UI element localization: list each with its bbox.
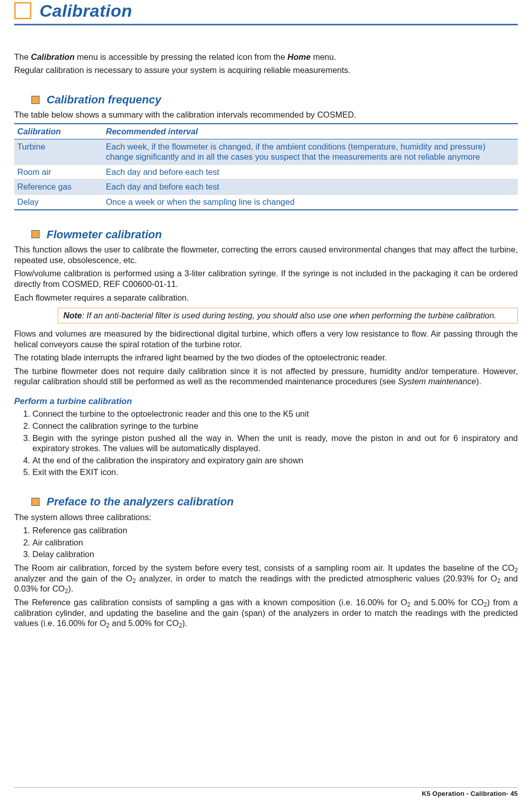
text-run: and 5.00% for CO [410,598,483,607]
table-row: Turbine Each week, if the flowmeter is c… [14,139,518,164]
freq-lead: The table below shows a summary with the… [14,109,518,120]
section-heading-preface: Preface to the analyzers calibration [31,495,518,509]
note-body: : If an anti-bacterial filter is used du… [82,311,497,320]
note-label: Note [63,311,82,320]
section-title: Preface to the analyzers calibration [47,495,234,509]
table-cell: Each day and before each test [103,179,518,195]
flow-p3: Each flowmeter requires a separate calib… [14,292,518,303]
section-title: Calibration frequency [47,93,161,107]
turbine-steps-list: Connect the turbine to the optoelectroni… [23,409,518,478]
table-row: Delay Once a week or when the sampling l… [14,195,518,210]
table-cell: Once a week or when the sampling line is… [103,195,518,210]
table-cell: Each day and before each test [103,164,518,179]
preface-p2: The Reference gas calibration consists o… [14,597,518,629]
preface-lead: The system allows three calibrations: [14,512,518,523]
section-bullet-icon [31,498,40,506]
flow-p6: The turbine flowmeter does not require d… [14,366,518,387]
text-run-bold: Home [287,52,311,61]
preface-list: Reference gas calibration Air calibratio… [23,525,518,560]
section-heading-flowmeter: Flowmeter calibration [31,228,518,242]
subscript: 2 [514,567,518,574]
text-run: menu. [311,52,336,61]
list-item: Exit with the EXIT icon. [32,467,518,478]
list-item: At the end of the calibration the inspir… [32,455,518,466]
table-cell: Turbine [14,139,103,164]
text-run: ). [68,584,73,593]
list-item: Reference gas calibration [32,525,518,536]
chapter-header: Calibration [14,0,518,25]
section-title: Flowmeter calibration [47,228,162,242]
flow-p4: Flows and volumes are measured by the bi… [14,328,518,349]
text-run: analyzer and the gain of the O [14,574,132,583]
intro-paragraph-2: Regular calibration is necessary to assu… [14,65,518,76]
list-item: Connect the calibration syringe to the t… [32,421,518,431]
table-cell: Room air [14,164,103,179]
intro-paragraph-1: The Calibration menu is accessible by pr… [14,52,518,62]
text-run: ). [182,618,187,628]
table-header: Recommended interval [103,124,518,139]
list-item: Connect the turbine to the optoelectroni… [32,409,518,419]
table-row: Reference gas Each day and before each t… [14,179,518,195]
calibration-frequency-table: Calibration Recommended interval Turbine… [14,123,518,210]
text-run: The Reference gas calibration consists o… [14,598,407,607]
chapter-title: Calibration [40,0,132,22]
flow-p2: Flow/volume calibration is performed usi… [14,268,518,289]
flow-p5: The rotating blade interrupts the infrar… [14,352,518,363]
section-bullet-icon [31,230,40,238]
chapter-icon [14,2,31,19]
section-heading-frequency: Calibration frequency [31,93,518,107]
subscript: 2 [497,577,501,584]
subheading-turbine-procedure: Perform a turbine calibration [14,396,518,407]
list-item: Begin with the syringe piston pushed all… [32,433,518,454]
page-footer: K5 Operation - Calibration- 45 [14,787,518,798]
table-cell: Each week, if the flowmeter is changed, … [103,139,518,164]
list-item: Delay calibration [32,549,518,560]
text-run: The [14,52,31,61]
list-item: Air calibration [32,537,518,548]
text-run: analyzer, in order to match the readings… [136,574,497,583]
flow-p1: This function allows the user to calibra… [14,244,518,265]
subscript: 2 [65,588,68,595]
note-box: Note: If an anti-bacterial filter is use… [58,308,518,323]
table-cell: Delay [14,195,103,210]
section-bullet-icon [31,96,40,104]
text-run: ). [476,377,481,386]
table-header-row: Calibration Recommended interval [14,124,518,139]
text-run-bold: Calibration [31,52,74,61]
text-run: menu is accessible by pressing the relat… [74,52,287,61]
text-run: and 5.00% for CO [109,618,179,628]
table-cell: Reference gas [14,179,103,195]
preface-p1: The Room air calibration, forced by the … [14,563,518,594]
table-header: Calibration [14,124,103,139]
text-run-italic: System maintenance [398,377,476,386]
text-run: The Room air calibration, forced by the … [14,563,514,572]
table-row: Room air Each day and before each test [14,164,518,179]
